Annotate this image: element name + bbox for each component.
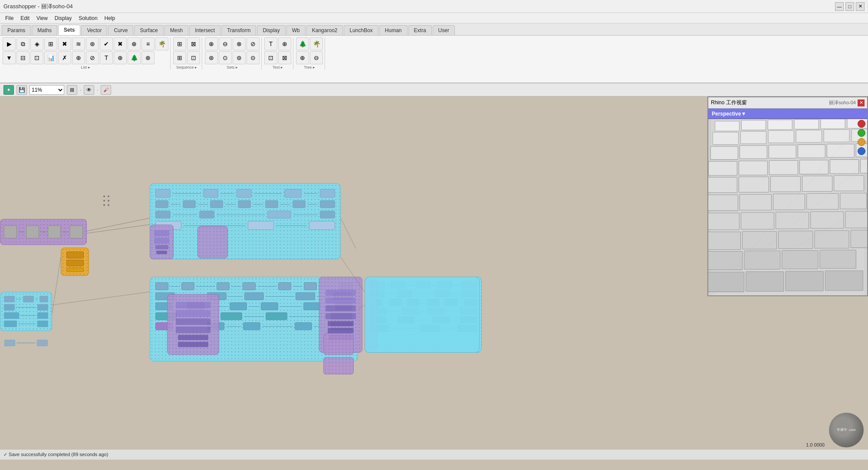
svg-line-68 [52, 257, 61, 314]
tab-kangaroo2[interactable]: Kangaroo2 [306, 25, 343, 35]
tool-list-r2-9[interactable]: ⊕ [114, 51, 127, 64]
tab-curve[interactable]: Curve [108, 25, 133, 35]
tool-seq-2[interactable]: ⊠ [187, 37, 200, 50]
node-group-cyan-rightpanel [365, 277, 480, 353]
tool-text-2[interactable]: ⊕ [278, 37, 291, 50]
tool-list-2[interactable]: ⧉ [16, 37, 30, 50]
tab-mesh[interactable]: Mesh [164, 25, 188, 35]
rhino-icon-red[interactable] [858, 120, 865, 128]
tool-sets-r2-4[interactable]: ⊝ [247, 51, 260, 64]
small-node-cluster [102, 194, 113, 209]
tool-list-8[interactable]: ✔ [100, 37, 113, 50]
tool-list-r2-3[interactable]: ⊡ [30, 51, 43, 64]
node-group-purple-bottom-inner [167, 294, 219, 355]
tool-sets-1[interactable]: ⊕ [205, 37, 218, 50]
grid-button[interactable]: ⊞ [67, 85, 77, 95]
app-title: Grasshopper - 丽泽soho-04 [3, 3, 73, 10]
file-new-button[interactable]: ✦ [3, 85, 14, 95]
tab-extra[interactable]: Extra [408, 25, 432, 35]
tab-vector[interactable]: Vector [81, 25, 107, 35]
tool-list-4[interactable]: ⊞ [44, 37, 57, 50]
tool-tree-r2-2[interactable]: ⊖ [310, 51, 323, 64]
toolbar-section-text: T ⊕ ⊡ ⊠ Text ▸ [264, 37, 293, 70]
tool-list-1[interactable]: ▶ [3, 37, 16, 50]
title-bar: Grasshopper - 丽泽soho-04 — □ ✕ [0, 0, 868, 13]
tool-list-11[interactable]: ≡ [141, 37, 155, 50]
tab-intersect[interactable]: Intersect [189, 25, 220, 35]
maximize-button[interactable]: □ [845, 2, 854, 11]
close-button[interactable]: ✕ [856, 2, 865, 11]
tool-sets-r2-1[interactable]: ⊛ [205, 51, 218, 64]
tool-list-r2-10[interactable]: 🌲 [128, 51, 141, 64]
tool-seq-r2-1[interactable]: ⊞ [173, 51, 186, 64]
tool-list-r2-1[interactable]: ▼ [3, 51, 16, 64]
svg-point-57 [103, 195, 105, 197]
tool-text-1[interactable]: T [264, 37, 277, 50]
menu-view[interactable]: View [33, 14, 51, 22]
svg-line-65 [341, 218, 356, 248]
tab-user[interactable]: User [433, 25, 455, 35]
node-group-orange [61, 248, 89, 276]
menu-file[interactable]: File [2, 14, 17, 22]
tool-sets-3[interactable]: ⊗ [233, 37, 246, 50]
tab-transform[interactable]: Transform [221, 25, 256, 35]
tab-wb[interactable]: Wb [286, 25, 306, 35]
toolbar-section-sequence-label: Sequence ▸ [173, 65, 200, 70]
paint-button[interactable]: 🖌 [101, 85, 111, 95]
watermark: 学犀牛 .com [829, 413, 864, 447]
tool-list-12[interactable]: 🌴 [155, 37, 168, 50]
tool-sets-r2-3[interactable]: ⊚ [233, 51, 246, 64]
rhino-icon-orange[interactable] [858, 138, 865, 146]
tool-sets-4[interactable]: ⊘ [247, 37, 260, 50]
menu-solution[interactable]: Solution [75, 14, 101, 22]
tool-list-5[interactable]: ✖ [58, 37, 71, 50]
tool-tree-1[interactable]: 🌲 [296, 37, 309, 50]
svg-point-62 [108, 204, 109, 206]
menu-edit[interactable]: Edit [17, 14, 33, 22]
node-group-purple-inner-upper2 [197, 226, 228, 258]
rhino-icon-green[interactable] [858, 129, 865, 137]
tab-bar: Params Maths Sets Vector Curve Surface M… [0, 23, 868, 36]
minimize-button[interactable]: — [835, 2, 844, 11]
tool-list-r2-8[interactable]: T [100, 51, 113, 64]
tool-list-r2-6[interactable]: ⊕ [72, 51, 85, 64]
small-nodes-below [4, 340, 48, 348]
eye-button[interactable]: 👁 [84, 85, 94, 95]
tab-human[interactable]: Human [379, 25, 408, 35]
tool-list-3[interactable]: ◈ [30, 37, 43, 50]
tool-list-r2-7[interactable]: ⊘ [86, 51, 99, 64]
rhino-icon-blue[interactable] [858, 147, 865, 155]
tool-list-r2-2[interactable]: ⊟ [16, 51, 30, 64]
tool-list-7[interactable]: ⊛ [86, 37, 99, 50]
tool-seq-r2-2[interactable]: ⊡ [187, 51, 200, 64]
svg-line-63 [87, 218, 150, 231]
tool-text-r2-2[interactable]: ⊠ [278, 51, 291, 64]
node-group-purple-bottomfar2 [323, 357, 354, 374]
zoom-select[interactable]: 5% 10% 11% 25% 50% 100% 200% [30, 85, 64, 95]
menu-display[interactable]: Display [51, 14, 75, 22]
tool-tree-2[interactable]: 🌴 [310, 37, 323, 50]
tool-list-9[interactable]: ✖ [114, 37, 127, 50]
tool-text-r2-1[interactable]: ⊡ [264, 51, 277, 64]
tool-sets-2[interactable]: ⊖ [219, 37, 232, 50]
tool-tree-r2-1[interactable]: ⊕ [296, 51, 309, 64]
tool-seq-1[interactable]: ⊞ [173, 37, 186, 50]
tool-list-10[interactable]: ⊕ [128, 37, 141, 50]
tool-list-r2-5[interactable]: ✗ [58, 51, 71, 64]
file-save-button[interactable]: 💾 [16, 85, 27, 95]
tool-sets-r2-2[interactable]: ⊙ [219, 51, 232, 64]
canvas-area[interactable]: Rhino 工作视窗 丽泽soho-04 ✕ Perspective ▼ [0, 96, 868, 460]
tab-lunchbox[interactable]: LunchBox [344, 25, 378, 35]
tab-maths[interactable]: Maths [32, 25, 57, 35]
toolbar-section-sequence: ⊞ ⊠ ⊞ ⊡ Sequence ▸ [173, 37, 202, 70]
tool-list-6[interactable]: ≋ [72, 37, 85, 50]
tool-list-r2-4[interactable]: 📊 [44, 51, 57, 64]
gh-canvas[interactable] [0, 96, 868, 460]
tab-params[interactable]: Params [2, 25, 31, 35]
tab-display[interactable]: Display [257, 25, 285, 35]
tool-list-r2-11[interactable]: ⊕ [141, 51, 155, 64]
menu-help[interactable]: Help [101, 14, 119, 22]
window-controls: — □ ✕ [835, 2, 865, 11]
tab-surface[interactable]: Surface [134, 25, 163, 35]
tab-sets[interactable]: Sets [58, 25, 80, 35]
